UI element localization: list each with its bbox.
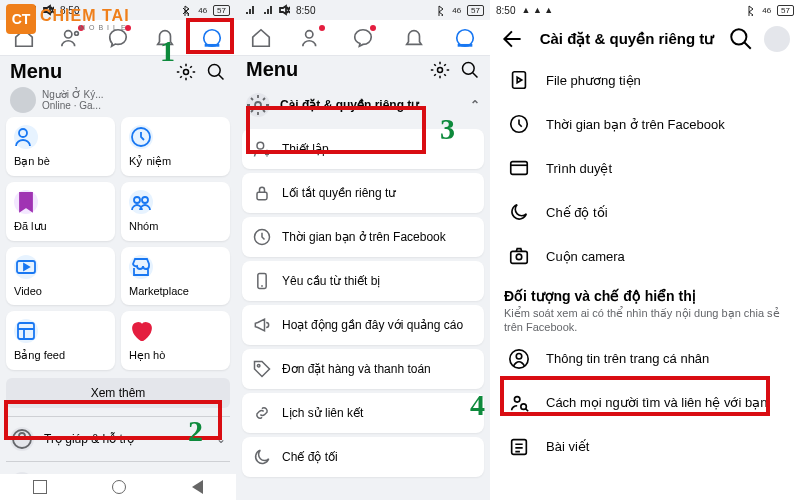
row-camera-roll[interactable]: Cuộn camera [494,234,796,278]
friends-icon[interactable] [301,27,323,49]
status-bar: 8:50 ▲ ▲ ▲ 4657 [490,0,800,20]
link-icon [252,403,272,423]
tag-icon [252,359,272,379]
moon-icon [508,201,530,223]
svg-point-24 [731,29,746,44]
clock-icon [252,227,272,247]
menu-title: Menu [246,58,298,81]
menu-title: Menu [10,60,62,83]
svg-point-8 [142,197,148,203]
search-person-icon [508,392,530,414]
tile-memories[interactable]: Kỷ niệm [121,117,230,176]
story-row[interactable]: Người Ở Ký...Online · Ga... [0,87,236,117]
row-settings[interactable]: Thiết lập [242,129,484,169]
tile-saved[interactable]: Đã lưu [6,182,115,241]
bell-icon[interactable] [154,27,176,49]
status-bar: 8:50 4657 [236,0,490,20]
svg-rect-28 [511,251,528,263]
gear-icon[interactable] [176,62,196,82]
svg-point-17 [255,102,261,108]
svg-point-7 [134,197,140,203]
search-icon[interactable] [460,60,480,80]
settings-privacy-header[interactable]: Cài đặt & quyền riêng tư⌃ [242,85,484,125]
camera-icon [508,245,530,267]
avatar [10,87,36,113]
svg-point-16 [463,62,475,74]
row-posts[interactable]: Bài viết [494,425,796,469]
browser-icon [508,157,530,179]
bluetooth-icon [180,4,192,16]
top-nav [236,20,490,56]
android-nav [0,474,236,500]
row-find-contact[interactable]: Cách mọi người tìm và liên hệ với bạn [494,381,796,425]
see-more-button[interactable]: Xem thêm [6,378,230,408]
megaphone-icon [252,315,272,335]
menu-icon[interactable] [454,27,476,49]
moon-icon [252,447,272,467]
svg-point-2 [204,29,221,46]
tile-video[interactable]: Video [6,247,115,305]
messenger-icon[interactable] [352,27,374,49]
lock-icon [252,183,272,203]
post-icon [508,436,530,458]
svg-point-14 [456,29,473,46]
svg-rect-20 [257,192,267,200]
svg-point-3 [184,69,189,74]
svg-point-5 [19,129,27,137]
row-time-on-fb[interactable]: Thời gian bạn ở trên Facebook [494,102,796,146]
avatar[interactable] [764,26,790,52]
bell-icon[interactable] [403,27,425,49]
svg-point-23 [257,364,260,367]
back-icon[interactable] [500,26,526,52]
svg-point-31 [516,353,522,359]
svg-rect-10 [18,323,34,339]
menu-icon[interactable] [201,27,223,49]
bluetooth-icon [744,4,756,16]
watermark-logo: CT CHIEM TAIMOBILE [6,4,130,34]
tile-marketplace[interactable]: Marketplace [121,247,230,305]
svg-point-13 [306,30,313,37]
svg-point-32 [514,396,520,402]
recent-icon[interactable] [33,480,47,494]
row-privacy-shortcuts[interactable]: Lối tắt quyền riêng tư [242,173,484,213]
gear-icon [246,93,270,117]
row-media-files[interactable]: File phương tiện [494,58,796,102]
svg-point-18 [257,142,264,149]
svg-point-19 [265,152,268,155]
tile-dating[interactable]: Hẹn hò [121,311,230,370]
svg-rect-25 [513,72,526,89]
person-gear-icon [252,139,272,159]
row-orders[interactable]: Đơn đặt hàng và thanh toán [242,349,484,389]
phone-icon [252,271,272,291]
row-dark-mode[interactable]: Chế độ tối [494,190,796,234]
home-icon[interactable] [250,27,272,49]
svg-point-29 [516,254,522,259]
svg-point-4 [209,64,221,76]
gear-icon[interactable] [430,60,450,80]
tile-groups[interactable]: Nhóm [121,182,230,241]
back-icon[interactable] [192,480,203,494]
svg-rect-27 [511,162,528,175]
signal-icon [242,4,254,16]
row-dark-mode[interactable]: Chế độ tối [242,437,484,477]
clock-icon [508,113,530,135]
file-play-icon [508,69,530,91]
tile-feeds[interactable]: Bảng feed [6,311,115,370]
page-title: Cài đặt & quyền riêng tư [536,30,718,48]
search-icon[interactable] [206,62,226,82]
tile-friends[interactable]: Bạn bè [6,117,115,176]
row-link-history[interactable]: Lịch sử liên kết [242,393,484,433]
home-icon[interactable] [112,480,126,494]
person-circle-icon [508,348,530,370]
help-row[interactable]: Trợ giúp & hỗ trợ⌄ [6,416,230,461]
row-browser[interactable]: Trình duyệt [494,146,796,190]
section-audience: Đối tượng và chế độ hiển thị Kiểm soát x… [490,278,800,337]
search-icon[interactable] [728,26,754,52]
row-profile-info[interactable]: Thông tin trên trang cá nhân [494,337,796,381]
row-time-on-fb[interactable]: Thời gian bạn ở trên Facebook [242,217,484,257]
row-ad-activity[interactable]: Hoạt động gần đây với quảng cáo [242,305,484,345]
svg-point-15 [438,67,443,72]
row-device-requests[interactable]: Yêu cầu từ thiết bị [242,261,484,301]
